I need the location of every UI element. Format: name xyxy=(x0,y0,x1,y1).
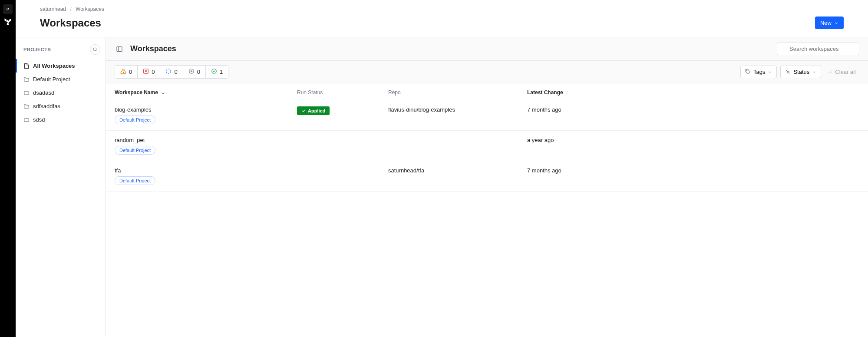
new-button-label: New xyxy=(820,20,832,26)
breadcrumb: saturnhead / Workspaces xyxy=(16,0,868,12)
warning-icon xyxy=(120,68,126,76)
running-icon xyxy=(165,68,172,76)
sidebar-item-dsadasd[interactable]: dsadasd xyxy=(16,86,106,99)
sort-icon xyxy=(565,90,570,95)
project-tag[interactable]: Default Project xyxy=(115,146,155,155)
expand-nav-button[interactable] xyxy=(3,4,13,14)
status-filter-applied[interactable]: 1 xyxy=(206,66,228,78)
repo-text: saturnhead/tfa xyxy=(388,167,424,174)
search-icon xyxy=(92,47,98,52)
sort-down-icon xyxy=(161,90,165,95)
table-row[interactable]: tfaDefault Projectsaturnhead/tfa7 months… xyxy=(106,161,868,192)
breadcrumb-org[interactable]: saturnhead xyxy=(40,6,66,12)
sidebar-item-default-project[interactable]: Default Project xyxy=(16,73,106,86)
collapse-sidebar-button[interactable] xyxy=(115,44,124,54)
sidebar-title: PROJECTS xyxy=(23,47,51,52)
repo-text: flavius-dinu/blog-examples xyxy=(388,106,455,113)
search-workspaces-input[interactable] xyxy=(777,43,859,55)
folder-icon xyxy=(23,76,30,83)
change-text: 7 months ago xyxy=(527,167,561,174)
svg-point-9 xyxy=(212,69,217,74)
status-filter-error[interactable]: 0 xyxy=(138,66,160,78)
sidebar-item-label: dsadasd xyxy=(33,89,54,96)
svg-point-11 xyxy=(787,71,789,73)
chevron-down-icon xyxy=(768,70,772,74)
search-projects-button[interactable] xyxy=(90,44,100,55)
sidebar-item-label: sdsd xyxy=(33,116,45,123)
breadcrumb-page: Workspaces xyxy=(76,6,104,12)
tag-icon xyxy=(745,69,751,75)
clear-all-button[interactable]: Clear all xyxy=(825,66,859,78)
tags-filter-button[interactable]: Tags xyxy=(740,66,777,78)
panel-title: Workspaces xyxy=(130,44,176,53)
error-icon xyxy=(143,68,149,76)
chevron-right-double-icon xyxy=(5,7,10,12)
svg-point-0 xyxy=(93,48,96,51)
sidebar-item-sdsd[interactable]: sdsd xyxy=(16,113,106,126)
sidebar-item-all-workspaces[interactable]: All Workspaces xyxy=(16,59,106,73)
status-filter-warning[interactable]: 0 xyxy=(115,66,138,78)
folder-icon xyxy=(23,117,30,123)
breadcrumb-separator: / xyxy=(70,6,71,12)
status-filter-button[interactable]: Status xyxy=(780,66,821,78)
workspace-name: random_pet xyxy=(115,137,155,143)
sidebar-item-label: All Workspaces xyxy=(33,63,75,69)
folder-icon xyxy=(23,103,30,109)
applied-icon xyxy=(211,68,217,76)
table-header: Workspace Name Run Status Repo Latest Ch… xyxy=(106,83,868,100)
col-header-status[interactable]: Run Status xyxy=(297,89,388,96)
col-header-repo[interactable]: Repo xyxy=(388,89,527,96)
workspace-name: tfa xyxy=(115,167,155,174)
change-text: 7 months ago xyxy=(527,106,561,113)
project-tag[interactable]: Default Project xyxy=(115,176,155,185)
svg-point-10 xyxy=(746,70,747,71)
workspace-name: blog-examples xyxy=(115,106,155,113)
terraform-logo-icon xyxy=(3,17,13,26)
filter-icon xyxy=(785,69,791,75)
status-filter-pending[interactable]: 0 xyxy=(183,66,206,78)
col-header-name[interactable]: Workspace Name xyxy=(115,89,297,96)
folder-icon xyxy=(23,90,30,96)
sidebar-item-label: Default Project xyxy=(33,76,70,83)
status-filter-group: 00001 xyxy=(115,65,228,79)
table-row[interactable]: blog-examplesDefault ProjectAppliedflavi… xyxy=(106,100,868,131)
svg-point-7 xyxy=(166,69,171,74)
status-badge: Applied xyxy=(297,106,330,115)
sidebar-item-label: sdfsaddfas xyxy=(33,103,60,109)
close-icon xyxy=(828,69,833,74)
col-header-change[interactable]: Latest Change xyxy=(527,89,859,96)
sidebar-collapse-icon xyxy=(116,46,123,53)
check-icon xyxy=(301,109,306,113)
document-icon xyxy=(23,63,30,69)
status-filter-running[interactable]: 0 xyxy=(160,66,183,78)
page-title: Workspaces xyxy=(40,17,101,29)
project-tag[interactable]: Default Project xyxy=(115,116,155,124)
svg-point-5 xyxy=(123,72,123,73)
nav-rail xyxy=(0,0,16,337)
chevron-down-icon xyxy=(812,70,816,74)
change-text: a year ago xyxy=(527,137,554,143)
sidebar-item-sdfsaddfas[interactable]: sdfsaddfas xyxy=(16,99,106,113)
chevron-down-icon xyxy=(834,21,838,25)
projects-sidebar: PROJECTS All WorkspacesDefault Projectds… xyxy=(16,37,106,337)
table-row[interactable]: random_petDefault Projecta year ago xyxy=(106,131,868,161)
pending-icon xyxy=(188,68,195,76)
svg-rect-1 xyxy=(117,46,122,51)
new-button[interactable]: New xyxy=(815,17,844,29)
